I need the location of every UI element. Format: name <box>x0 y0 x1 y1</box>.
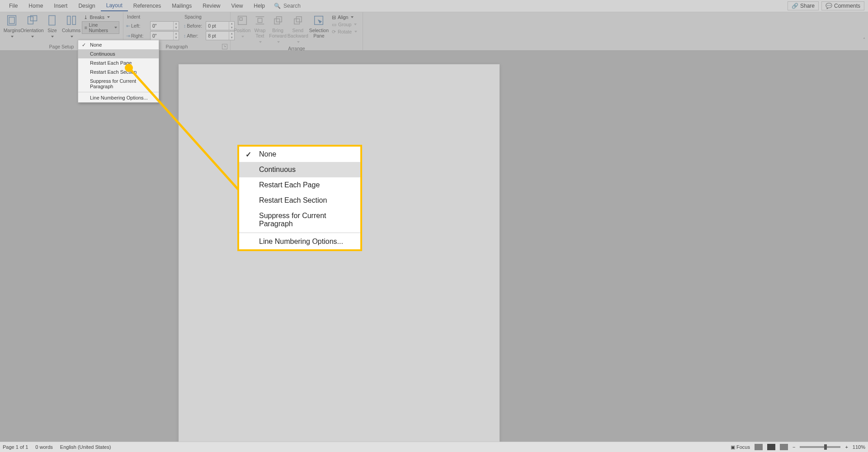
tab-home[interactable]: Home <box>23 1 48 11</box>
share-icon: 🔗 <box>792 3 798 9</box>
status-focus[interactable]: ▣ Focus <box>731 444 750 450</box>
breaks-button[interactable]: ⤓ Breaks <box>82 14 119 20</box>
zoom-slider[interactable] <box>800 446 840 448</box>
indent-left-label: Left: <box>131 23 149 29</box>
send-backward-button: Send Backward <box>287 13 309 45</box>
indent-right-input[interactable]: 0" ▲▼ <box>150 31 179 40</box>
comments-button[interactable]: 💬 Comments <box>821 1 864 10</box>
line-numbers-icon: ≡ <box>84 25 87 30</box>
size-button[interactable]: Size <box>43 13 61 39</box>
columns-icon <box>65 14 78 27</box>
svg-rect-12 <box>274 19 279 24</box>
selection-pane-button[interactable]: Selection Pane <box>309 13 329 39</box>
svg-rect-15 <box>294 19 300 24</box>
line-numbers-button[interactable]: ≡ Line Numbers <box>82 21 119 34</box>
indent-left-input[interactable]: 0" ▲▼ <box>150 21 179 30</box>
callout-item-options: Line Numbering Options... <box>239 234 360 249</box>
tab-review[interactable]: Review <box>197 1 226 11</box>
svg-rect-8 <box>240 18 242 20</box>
status-words[interactable]: 0 words <box>35 444 53 450</box>
indent-right-label: Right: <box>131 33 149 38</box>
view-print-layout[interactable] <box>767 444 775 450</box>
tab-mailings[interactable]: Mailings <box>166 1 197 11</box>
orientation-button[interactable]: Orientation <box>21 13 43 39</box>
bring-forward-icon <box>272 14 284 27</box>
comments-label: Comments <box>834 3 860 9</box>
svg-rect-5 <box>67 16 70 25</box>
tab-references[interactable]: References <box>128 1 166 11</box>
svg-rect-1 <box>9 17 15 24</box>
search-box[interactable]: 🔍 Search <box>270 3 304 9</box>
search-placeholder: Search <box>283 3 301 9</box>
indent-left-icon: ⇤ <box>126 23 130 29</box>
wrap-text-button: Wrap Text <box>251 13 269 45</box>
document-page[interactable] <box>179 64 500 443</box>
spacing-after-icon: ↕ <box>184 33 186 38</box>
spacing-before-icon: ↕ <box>184 23 186 29</box>
svg-rect-14 <box>296 17 302 22</box>
rotate-icon: ⟳ <box>332 29 336 34</box>
menu-item-suppress[interactable]: Suppress for Current Paragraph <box>78 76 159 91</box>
tab-design[interactable]: Design <box>73 1 100 11</box>
menu-item-options[interactable]: Line Numbering Options... <box>78 93 159 102</box>
menu-item-continuous[interactable]: Continuous <box>78 49 159 58</box>
callout-separator <box>239 233 360 233</box>
align-icon: ⊟ <box>332 14 336 20</box>
group-arrange: Position Wrap Text Bring Forward Send Ba… <box>231 12 363 50</box>
rotate-button: ⟳ Rotate <box>330 29 359 35</box>
spacing-header: Spacing <box>184 14 235 20</box>
spacing-after-label: After: <box>187 33 205 38</box>
search-icon: 🔍 <box>274 3 281 9</box>
size-icon <box>46 14 58 27</box>
svg-rect-13 <box>276 17 282 22</box>
svg-rect-6 <box>72 16 75 25</box>
tab-insert[interactable]: Insert <box>48 1 73 11</box>
zoom-in-button[interactable]: + <box>845 444 848 450</box>
zoom-callout-line-numbers-menu: None Continuous Restart Each Page Restar… <box>237 145 362 251</box>
orientation-icon <box>26 14 38 27</box>
menu-item-none[interactable]: None <box>78 40 159 49</box>
wrap-text-icon <box>254 14 266 27</box>
tab-layout[interactable]: Layout <box>101 0 128 11</box>
menu-item-restart-section[interactable]: Restart Each Section <box>78 67 159 76</box>
view-web-layout[interactable] <box>780 444 788 450</box>
menu-separator <box>78 92 159 92</box>
share-button[interactable]: 🔗 Share <box>788 1 819 10</box>
margins-button[interactable]: Margins <box>3 13 21 39</box>
status-page[interactable]: Page 1 of 1 <box>3 444 28 450</box>
collapse-ribbon-button[interactable]: ˄ <box>863 37 865 42</box>
bring-forward-button: Bring Forward <box>269 13 287 45</box>
align-button[interactable]: ⊟ Align <box>330 14 359 20</box>
callout-item-suppress: Suppress for Current Paragraph <box>239 208 360 232</box>
paragraph-dialog-launcher[interactable]: ↘ <box>222 44 227 49</box>
status-bar: Page 1 of 1 0 words English (United Stat… <box>0 442 868 452</box>
margins-icon <box>5 14 18 27</box>
menu-item-restart-page[interactable]: Restart Each Page <box>78 58 159 67</box>
tab-help[interactable]: Help <box>248 1 270 11</box>
view-read-mode[interactable] <box>755 444 763 450</box>
zoom-out-button[interactable]: − <box>793 444 795 450</box>
svg-rect-4 <box>49 16 55 25</box>
zoom-level[interactable]: 110% <box>853 444 865 450</box>
indent-header: Indent <box>126 14 179 20</box>
callout-item-restart-page: Restart Each Page <box>239 177 360 193</box>
callout-item-restart-section: Restart Each Section <box>239 193 360 208</box>
comments-icon: 💬 <box>826 3 832 9</box>
indent-right-icon: ⇥ <box>126 33 130 38</box>
position-icon <box>236 14 249 27</box>
columns-button[interactable]: Columns <box>61 13 81 39</box>
svg-rect-9 <box>258 18 262 22</box>
annotation-highlight-dot <box>125 64 133 72</box>
spacing-before-label: Before: <box>187 23 205 29</box>
callout-item-continuous: Continuous <box>239 162 360 177</box>
callout-item-none: None <box>239 147 360 162</box>
tab-file[interactable]: File <box>4 1 23 11</box>
send-backward-icon <box>292 14 304 27</box>
document-area <box>0 51 868 443</box>
line-numbers-dropdown: None Continuous Restart Each Page Restar… <box>78 40 159 103</box>
group-button: ▭ Group <box>330 21 359 28</box>
status-language[interactable]: English (United States) <box>60 444 111 450</box>
tab-view[interactable]: View <box>226 1 249 11</box>
position-button: Position <box>233 13 251 39</box>
selection-pane-icon <box>312 14 325 27</box>
